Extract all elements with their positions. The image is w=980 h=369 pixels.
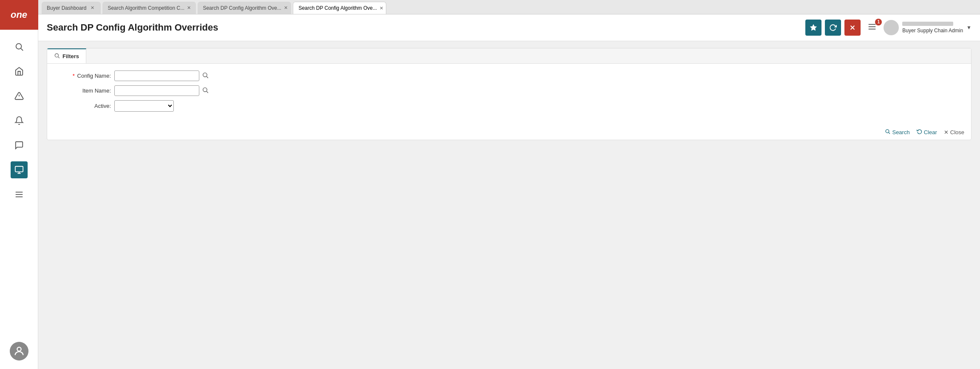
svg-point-15 [55,54,58,57]
sidebar-item-search[interactable] [11,38,28,55]
item-name-search-icon[interactable] [202,87,209,95]
tab-label: Search DP Config Algorithm Ove... [298,5,377,11]
notification-wrapper: 1 [864,20,880,35]
sidebar-bottom [10,342,28,369]
active-label: Active: [56,103,111,109]
sidebar-nav [11,30,28,342]
sidebar-item-alerts[interactable] [11,87,28,104]
tab-label: Buyer Dashboard [47,5,86,11]
tab-bar: Buyer Dashboard ✕ Search Algorithm Compe… [38,0,980,14]
sidebar-item-menu[interactable] [11,186,28,203]
sidebar-item-home[interactable] [11,63,28,80]
tab-close-buyer-dashboard[interactable]: ✕ [89,5,96,11]
star-button[interactable] [805,20,821,36]
user-info: Buyer Supply Chain Admin [902,22,963,34]
tab-dp-config-3[interactable]: Search DP Config Algorithm Ove... ✕ [198,2,291,14]
main-content: Buyer Dashboard ✕ Search Algorithm Compe… [38,0,980,369]
svg-rect-4 [15,166,23,172]
page-header: Search DP Config Algorithm Overrides 1 B… [38,14,980,41]
tab-close-search-algorithm[interactable]: ✕ [187,5,191,11]
tab-buyer-dashboard[interactable]: Buyer Dashboard ✕ [42,2,101,14]
svg-point-21 [886,130,889,133]
search-button[interactable]: Search [885,129,909,135]
user-role: Buyer Supply Chain Admin [902,28,963,34]
required-star: * [73,73,75,79]
config-name-label: * Config Name: [56,73,111,79]
refresh-button[interactable] [825,20,841,36]
user-name-blurred [902,22,953,26]
item-name-row: Item Name: [56,85,963,96]
close-page-button[interactable] [844,20,861,36]
tab-close-dp-config-4[interactable]: ✕ [380,5,383,11]
tab-search-algorithm[interactable]: Search Algorithm Competition C... ✕ [102,2,196,14]
app-logo[interactable]: one [0,0,38,30]
search-label: Search [892,129,909,135]
filter-panel: Filters * Config Name: Item Name: [47,48,972,140]
page-title: Search DP Config Algorithm Overrides [47,22,805,33]
close-filter-button[interactable]: ✕ Close [944,129,964,135]
clear-icon [917,129,922,135]
svg-line-20 [207,91,208,93]
filters-tab-label: Filters [62,53,79,59]
svg-point-17 [203,73,207,77]
config-name-search-icon[interactable] [202,72,209,80]
tab-close-dp-config-3[interactable]: ✕ [284,5,288,11]
filter-body: * Config Name: Item Name: Act [47,64,971,124]
tab-dp-config-4[interactable]: Search DP Config Algorithm Ove... ✕ [293,2,386,14]
filter-tab-bar: Filters [47,48,971,64]
svg-line-18 [207,76,208,78]
filters-tab[interactable]: Filters [47,48,86,63]
close-label: Close [950,129,964,135]
sidebar-item-documents[interactable] [11,161,28,178]
config-name-row: * Config Name: [56,70,963,81]
svg-line-16 [58,57,59,58]
filter-tab-icon [54,53,60,60]
item-name-input[interactable] [114,85,199,96]
sidebar-item-notifications[interactable] [11,112,28,129]
clear-label: Clear [924,129,937,135]
tab-label: Search Algorithm Competition C... [108,5,184,11]
search-icon [885,129,890,135]
svg-point-0 [16,44,21,49]
sidebar-avatar[interactable] [10,342,28,361]
active-select[interactable]: Yes No [114,100,174,112]
clear-button[interactable]: Clear [917,129,937,135]
user-avatar-header [884,20,899,35]
svg-line-22 [889,132,890,134]
tab-label: Search DP Config Algorithm Ove... [203,5,281,11]
header-actions: 1 Buyer Supply Chain Admin ▼ [805,20,972,36]
svg-point-19 [203,88,207,92]
sidebar: one [0,0,38,369]
page-body: Filters * Config Name: Item Name: [38,41,980,369]
svg-point-8 [17,347,21,351]
user-dropdown-arrow[interactable]: ▼ [966,25,972,31]
svg-marker-9 [810,25,817,31]
active-row: Active: Yes No [56,100,963,112]
item-name-label: Item Name: [56,87,111,94]
close-icon: ✕ [944,129,949,135]
filter-actions: Search Clear ✕ Close [47,124,971,140]
config-name-input[interactable] [114,70,199,81]
notification-badge: 1 [875,19,882,25]
sidebar-item-chat[interactable] [11,137,28,154]
svg-line-1 [21,48,23,51]
